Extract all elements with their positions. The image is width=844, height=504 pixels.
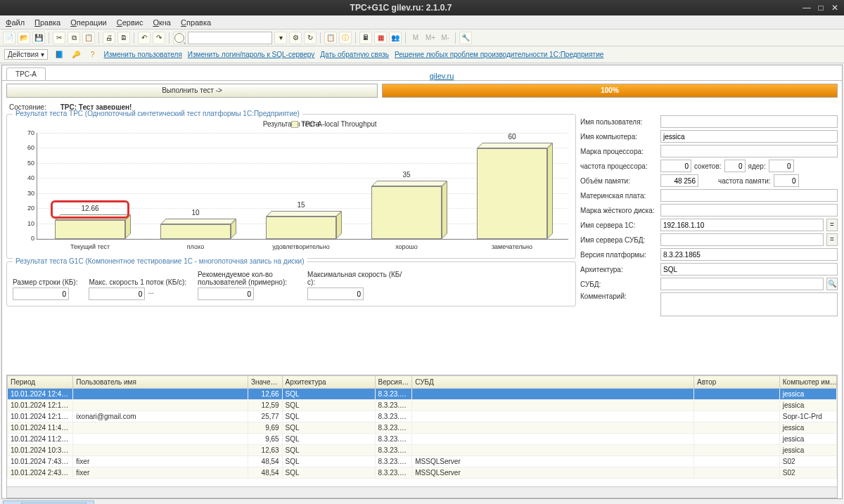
g1c-fieldset: Результат теста G1C (Компонентное тестир… — [6, 261, 576, 306]
refresh-icon[interactable]: ↻ — [304, 32, 316, 44]
site-link[interactable]: gilev.ru — [430, 72, 454, 80]
ellipsis-button[interactable]: ... — [148, 287, 153, 300]
chart-bar: 15 — [266, 217, 336, 239]
input-dbms[interactable] — [660, 278, 824, 290]
results-table-wrap: ПериодПользователь имяЗначе…АрхитектураВ… — [6, 375, 838, 498]
new-icon[interactable]: 📄 — [3, 32, 15, 44]
g1c-input[interactable] — [13, 287, 69, 300]
separator — [405, 32, 406, 44]
calendar-icon[interactable]: ▦ — [374, 32, 387, 44]
undo-icon[interactable]: ↶ — [138, 32, 151, 44]
redo-icon[interactable]: ↷ — [153, 32, 165, 44]
link-change-user[interactable]: Изменить пользователя — [104, 51, 182, 58]
table-row[interactable]: 10.01.2024 7:43…fixer48,54SQL8.3.23.…MSS… — [8, 456, 837, 467]
users-icon[interactable]: 👥 — [389, 32, 402, 44]
column-header[interactable]: Версия… — [375, 376, 412, 389]
column-header[interactable]: Архитектура — [282, 376, 375, 389]
toolbar: 📄 📂 💾 ✂ ⧉ 📋 🖨 🗎 ↶ ↷ ▾ ⚙ ↻ 📋 ⓘ 🖩 ▦ 👥 M M+… — [0, 30, 844, 46]
column-header[interactable]: Период — [8, 376, 73, 389]
g1c-input[interactable] — [89, 287, 145, 300]
copy-icon[interactable]: ⧉ — [68, 32, 80, 44]
calc-icon[interactable]: 🖩 — [359, 32, 372, 44]
input-hdd[interactable] — [660, 204, 838, 217]
minimize-button[interactable]: — — [802, 3, 812, 13]
search-combo[interactable] — [188, 32, 272, 44]
chart-area: 01020304050607012.66Текущий тест10плохо1… — [37, 133, 568, 240]
input-user[interactable] — [660, 115, 838, 128]
search-icon[interactable] — [173, 32, 186, 44]
m-plus-icon[interactable]: M+ — [424, 32, 437, 44]
clipboard-icon[interactable]: 📋 — [324, 32, 337, 44]
column-header[interactable]: Значе… — [248, 376, 282, 389]
preview-icon[interactable]: 🗎 — [117, 32, 130, 44]
input-cpu-brand[interactable] — [660, 145, 838, 157]
question-icon[interactable]: ? — [87, 49, 98, 60]
input-cores[interactable] — [769, 160, 794, 172]
table-row[interactable]: 10.01.2024 12:4…12,66SQL8.3.23.…jessica — [8, 389, 837, 400]
column-header[interactable]: Компьютер им… — [779, 376, 836, 389]
open-icon[interactable]: 📂 — [18, 32, 30, 44]
menu-windows[interactable]: Окна — [153, 18, 171, 27]
paste-icon[interactable]: 📋 — [82, 32, 95, 44]
menu-operations[interactable]: Операции — [70, 18, 106, 27]
menu-edit[interactable]: Правка — [34, 18, 60, 27]
dbms-lookup-button[interactable]: 🔍 — [826, 278, 838, 290]
table-row[interactable]: 10.01.2024 11:2…9,65SQL8.3.23.…jessica — [8, 434, 837, 445]
run-test-button[interactable]: Выполнить тест -> — [6, 84, 378, 98]
input-arch[interactable] — [660, 263, 838, 276]
m-icon[interactable]: M — [409, 32, 422, 44]
tpc-fieldset: Результат теста TPC (Однопоточный синтет… — [6, 114, 576, 259]
book-icon[interactable]: 📘 — [53, 49, 65, 60]
column-header[interactable]: Автор — [694, 376, 780, 389]
input-ram-freq[interactable] — [774, 174, 799, 187]
input-comment[interactable] — [660, 292, 838, 316]
m-minus-icon[interactable]: M- — [439, 32, 452, 44]
input-srv1c[interactable] — [660, 219, 824, 231]
print-icon[interactable]: 🖨 — [103, 32, 115, 44]
horizontal-scrollbar[interactable] — [7, 486, 837, 498]
menu-file[interactable]: Файл — [6, 18, 25, 27]
key-icon[interactable]: 🔑 — [70, 49, 82, 60]
input-mb[interactable] — [660, 189, 838, 202]
actionbar: Действия ▾ 📘 🔑 ? Изменить пользователя И… — [0, 46, 844, 63]
link-feedback[interactable]: Дать обратную связь — [320, 51, 389, 58]
tabrow: TPC-A gilev.ru — [2, 65, 842, 81]
help-icon[interactable]: ⓘ — [339, 32, 352, 44]
g1c-input[interactable] — [307, 287, 364, 300]
input-computer[interactable] — [660, 130, 838, 143]
input-srvdb[interactable] — [660, 233, 824, 246]
lbl-mb: Материнская плата: — [580, 192, 658, 200]
save-icon[interactable]: 💾 — [32, 32, 45, 44]
lbl-cores: ядер: — [748, 162, 766, 170]
table-row[interactable]: 10.01.2024 2:43…fixer48,54SQL8.3.23.…MSS… — [8, 467, 837, 479]
table-row[interactable]: 10.01.2024 10:3…12,63SQL8.3.23.…jessica — [8, 445, 837, 456]
menu-help[interactable]: Справка — [181, 18, 211, 27]
chart-bar: 35 — [371, 186, 442, 239]
results-table[interactable]: ПериодПользователь имяЗначе…АрхитектураВ… — [7, 375, 837, 479]
tab-tpc-a[interactable]: TPC-A — [6, 67, 46, 80]
link-change-sql[interactable]: Изменить логин/пароль к SQL-серверу — [188, 51, 314, 58]
column-header[interactable]: Пользователь имя — [73, 376, 248, 389]
srvdb-eq-button[interactable]: = — [826, 233, 838, 246]
link-solutions[interactable]: Решение любых проблем производительности… — [395, 51, 603, 58]
actions-dropdown[interactable]: Действия ▾ — [4, 49, 48, 60]
g1c-input[interactable] — [198, 287, 254, 300]
separator — [134, 32, 134, 44]
footer-tab-gilv[interactable]: 📊 GILV TPC+G1C — [3, 500, 94, 504]
maximize-button[interactable]: □ — [816, 3, 826, 13]
srv1c-eq-button[interactable]: = — [826, 219, 838, 231]
search-next-icon[interactable]: ▾ — [274, 32, 287, 44]
menu-service[interactable]: Сервис — [117, 18, 143, 27]
cut-icon[interactable]: ✂ — [53, 32, 65, 44]
input-sockets[interactable] — [724, 160, 746, 172]
wrench-icon[interactable]: 🔧 — [459, 32, 472, 44]
input-ram[interactable] — [660, 174, 698, 187]
table-row[interactable]: 10.01.2024 12:1…ixonari@gmail.com25,77SQ… — [8, 411, 837, 422]
close-button[interactable]: ✕ — [830, 3, 840, 13]
filter-icon[interactable]: ⚙ — [289, 32, 302, 44]
input-platform[interactable] — [660, 248, 838, 261]
input-cpu-freq[interactable] — [660, 160, 691, 172]
table-row[interactable]: 10.01.2024 12:1…12,59SQL8.3.23.…jessica — [8, 400, 837, 411]
table-row[interactable]: 10.01.2024 11:4…9,69SQL8.3.23.…jessica — [8, 422, 837, 434]
column-header[interactable]: СУБД — [412, 376, 694, 389]
